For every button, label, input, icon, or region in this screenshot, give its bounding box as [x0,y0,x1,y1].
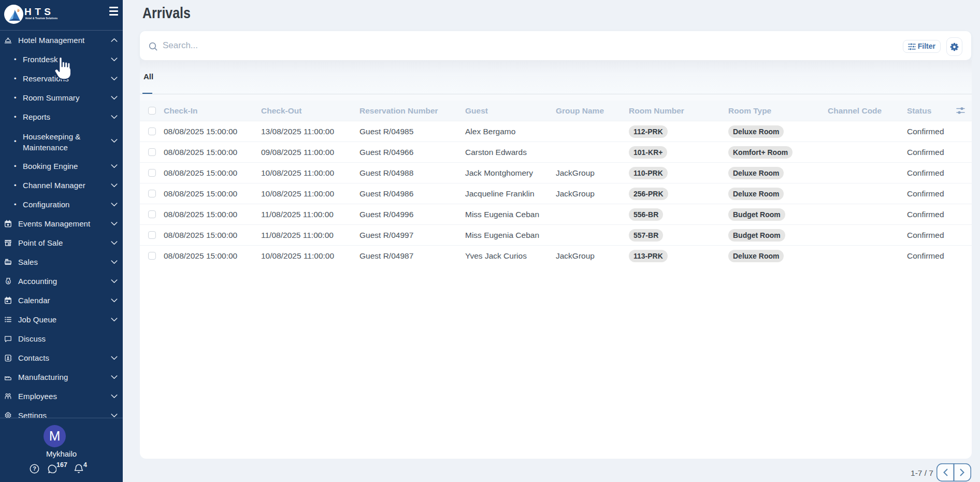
svg-text:$: $ [7,280,9,283]
svg-text:?: ? [33,465,36,472]
